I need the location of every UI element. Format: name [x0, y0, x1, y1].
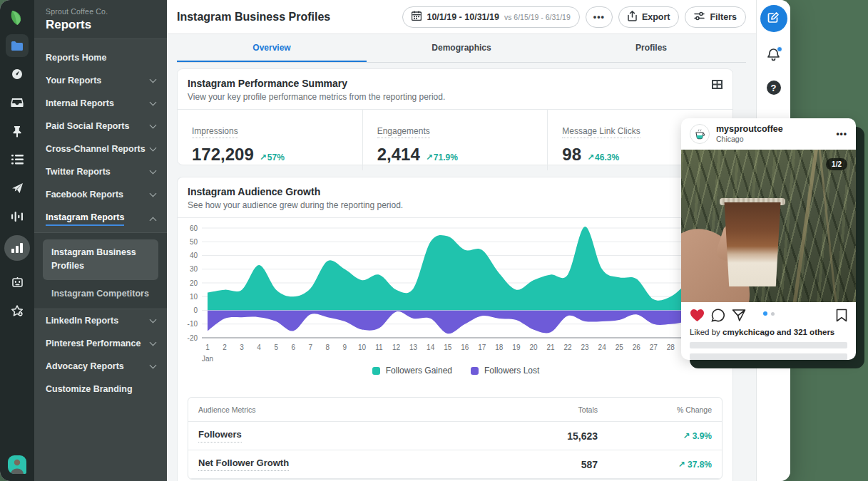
sidebar-item-paid-social-reports[interactable]: Paid Social Reports: [34, 115, 167, 138]
tab-demographics[interactable]: Demographics: [367, 34, 556, 62]
bookmark-icon[interactable]: [836, 309, 847, 322]
svg-text:7: 7: [309, 343, 313, 351]
post-username[interactable]: mysproutcoffee: [716, 124, 783, 135]
svg-text:21: 21: [546, 343, 555, 351]
sidebar-item-instagram-reports[interactable]: Instagram Reports: [34, 206, 167, 232]
legend-label: Followers Lost: [484, 366, 539, 376]
sidebar-item-internal-reports[interactable]: Internal Reports: [34, 92, 167, 115]
user-avatar[interactable]: [8, 455, 26, 474]
carousel-dots: [681, 311, 856, 316]
sidebar-item-reports-home[interactable]: Reports Home: [34, 46, 167, 69]
sidebar-item-label: Advocacy Reports: [46, 361, 124, 371]
sidebar-item-label: Internal Reports: [46, 98, 114, 108]
post-location[interactable]: Chicago: [716, 135, 783, 144]
smart-inbox-nav-icon[interactable]: [6, 91, 29, 114]
like-heart-icon[interactable]: [690, 309, 705, 322]
more-options-button[interactable]: •••: [586, 6, 613, 28]
sidebar-item-label: Twitter Reports: [46, 167, 111, 177]
sidebar-item-label: Facebook Reports: [46, 190, 123, 200]
caption-skeleton: [681, 336, 856, 360]
summary-metrics-row: Impressions 172,209 ↗57% Engagements 2,4…: [178, 110, 732, 170]
svg-text:19: 19: [512, 343, 521, 351]
sidebar-item-linkedin-reports[interactable]: LinkedIn Reports: [34, 309, 167, 332]
metric-label[interactable]: Engagements: [377, 126, 430, 138]
reports-nav-icon[interactable]: [4, 235, 30, 261]
help-button[interactable]: ?: [767, 81, 781, 95]
workspace-name: Sprout Coffee Co.: [46, 7, 155, 16]
sidebar-item-your-reports[interactable]: Your Reports: [34, 69, 167, 92]
metric-change: ↗46.3%: [587, 152, 619, 162]
metric-total: 587: [512, 459, 598, 470]
table-row[interactable]: Followers 15,623 ↗ 3.9%: [188, 422, 722, 450]
sidebar-item-cross-channel-reports[interactable]: Cross-Channel Reports: [34, 138, 167, 160]
date-range-button[interactable]: 10/1/19 - 10/31/19 vs 6/15/19 - 6/31/19: [402, 6, 579, 28]
legend-followers-gained[interactable]: Followers Gained: [372, 366, 452, 376]
audience-metrics-table: Audience Metrics Totals % Change Followe…: [188, 397, 723, 480]
pin-nav-icon[interactable]: [6, 120, 29, 143]
sidebar-item-label: Your Reports: [46, 76, 101, 86]
metric-name[interactable]: Followers: [198, 429, 242, 443]
compose-pencil-icon: [767, 11, 780, 26]
reviews-star-nav-icon[interactable]: [6, 299, 29, 322]
comment-icon[interactable]: [711, 309, 725, 322]
publishing-send-nav-icon[interactable]: [6, 177, 29, 200]
sidebar-item-advocacy-reports[interactable]: Advocacy Reports: [34, 355, 167, 378]
sidebar-item-label: Reports Home: [46, 53, 106, 63]
table-row[interactable]: Net Follower Growth 587 ↗ 37.8%: [188, 450, 722, 479]
svg-text:24: 24: [598, 343, 607, 351]
instagram-reports-subsection: Instagram Business Profiles Instagram Co…: [34, 232, 167, 309]
metric-label[interactable]: Message Link Clicks: [562, 126, 640, 138]
svg-text:50: 50: [190, 238, 198, 246]
post-photo[interactable]: 1/2: [681, 150, 856, 302]
app-icon-rail: [0, 0, 34, 481]
tab-overview[interactable]: Overview: [177, 34, 367, 62]
main-content: Instagram Business Profiles 10/1/19 - 10…: [167, 0, 756, 481]
chevron-down-icon: [150, 338, 157, 346]
sidebar-item-label: Customize Branding: [46, 384, 133, 394]
chevron-down-icon: [150, 76, 157, 83]
dashboard-gauge-nav-icon[interactable]: [6, 63, 29, 86]
svg-text:16: 16: [461, 343, 469, 351]
report-header: Instagram Business Profiles 10/1/19 - 10…: [167, 0, 756, 34]
sidebar-item-instagram-business-profiles[interactable]: Instagram Business Profiles: [43, 239, 158, 280]
sidebar-item-customize-branding[interactable]: Customize Branding: [34, 378, 167, 400]
skeleton-bar: [690, 342, 847, 348]
chevron-down-icon: [150, 122, 157, 129]
svg-text:23: 23: [581, 343, 590, 351]
table-view-icon[interactable]: [712, 79, 723, 92]
inbox-folder-nav-icon[interactable]: [6, 34, 29, 57]
sidebar-item-facebook-reports[interactable]: Facebook Reports: [34, 183, 167, 206]
export-button[interactable]: Export: [618, 6, 680, 28]
svg-text:5: 5: [274, 343, 278, 351]
date-range-text: 10/1/19 - 10/31/19: [427, 12, 499, 22]
sidebar-item-pinterest-performance[interactable]: Pinterest Performance: [34, 332, 167, 355]
instagram-post-card: mysproutcoffee Chicago ••• 1/2 Liked by …: [681, 118, 856, 360]
metric-value: 98: [562, 145, 581, 165]
compose-button[interactable]: [760, 5, 787, 32]
listening-pulse-nav-icon[interactable]: [6, 205, 29, 228]
post-avatar[interactable]: [690, 124, 710, 144]
svg-text:4: 4: [257, 343, 261, 351]
tab-profiles[interactable]: Profiles: [556, 34, 746, 62]
trend-up-icon: ↗: [426, 152, 433, 162]
post-more-button[interactable]: •••: [836, 129, 847, 139]
share-plane-icon[interactable]: [732, 309, 746, 322]
bot-nav-icon[interactable]: [6, 271, 29, 294]
sidebar-item-twitter-reports[interactable]: Twitter Reports: [34, 160, 167, 183]
svg-text:18: 18: [495, 343, 504, 351]
app-window: Sprout Coffee Co. Reports Reports Home Y…: [0, 0, 790, 481]
filters-button[interactable]: Filters: [685, 6, 746, 28]
metric-name[interactable]: Net Follower Growth: [198, 457, 289, 471]
metric-label[interactable]: Impressions: [192, 126, 238, 138]
liked-by-users[interactable]: cmykchicago and 321 others: [723, 328, 834, 336]
svg-text:27: 27: [650, 343, 658, 351]
legend-followers-lost[interactable]: Followers Lost: [471, 366, 539, 376]
audience-growth-chart[interactable]: 6050403020100-10-20123456789101112131415…: [178, 214, 734, 386]
tasks-list-nav-icon[interactable]: [6, 148, 29, 171]
sidebar-item-label: Paid Social Reports: [46, 121, 129, 131]
sidebar-item-label: Cross-Channel Reports: [46, 144, 145, 154]
sidebar-item-instagram-competitors[interactable]: Instagram Competitors: [34, 280, 167, 301]
sidebar-item-label: Instagram Reports: [46, 212, 124, 226]
post-header: mysproutcoffee Chicago •••: [681, 118, 856, 150]
notifications-button[interactable]: [767, 48, 780, 65]
